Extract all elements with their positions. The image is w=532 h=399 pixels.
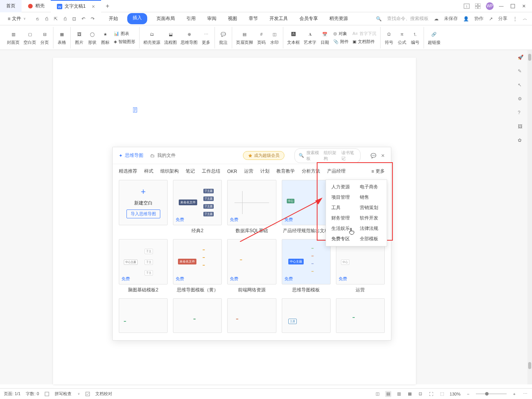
cat-style[interactable]: 样式 <box>144 168 153 175</box>
ribbon-page-break[interactable]: ⊟分页 <box>40 30 49 45</box>
status-spell[interactable]: 拼写检查 <box>55 391 71 397</box>
dd-life[interactable]: 生活娱乐 <box>331 225 353 232</box>
focus-mode-icon[interactable]: ⊡ <box>417 391 424 397</box>
zoom-slider-handle[interactable] <box>485 392 489 396</box>
rocket-icon[interactable]: 🚀 <box>518 55 525 62</box>
pen-icon[interactable]: ✎ <box>518 68 525 75</box>
ribbon-docparts[interactable]: ▣文档部件 <box>352 39 376 45</box>
tab-insert[interactable]: 插入 <box>127 13 147 24</box>
search-suggestion-1[interactable]: 组织架构 <box>324 150 339 161</box>
cat-analysis[interactable]: 分析方法 <box>302 168 320 175</box>
print-layout-icon[interactable]: ▤ <box>385 391 391 397</box>
cat-okr[interactable]: OKR <box>227 169 237 174</box>
ribbon-comment[interactable]: 💬批注 <box>219 30 228 45</box>
scrollbar-thumb-bottom[interactable] <box>528 362 531 369</box>
dd-marketing[interactable]: 营销策划 <box>360 204 381 211</box>
reading-mode-icon[interactable]: ◫ <box>374 391 381 397</box>
cursor-icon[interactable]: ↖ <box>518 82 525 89</box>
cat-featured[interactable]: 精选推荐 <box>119 168 137 175</box>
outline-icon[interactable]: ▥ <box>396 391 402 397</box>
ribbon-flowchart[interactable]: ⬓流程图 <box>164 30 177 45</box>
tab-member[interactable]: 会员专享 <box>297 13 320 24</box>
ribbon-more[interactable]: ⋯更多 <box>201 30 211 45</box>
preview-icon[interactable]: ⊡ <box>71 16 77 22</box>
template-frontend[interactable]: 免费 前端网络资源 <box>227 239 276 293</box>
tab-close-icon[interactable]: × <box>92 3 95 10</box>
template-yellow[interactable]: 未命名文件 免费 思维导图模板（黄） <box>173 239 222 293</box>
tab-home[interactable]: 首页 <box>0 0 22 12</box>
dd-tools[interactable]: 工具 <box>331 204 353 211</box>
dialog-tab-myfiles[interactable]: 🗀 我的文件 <box>150 152 176 159</box>
status-page[interactable]: 页面: 1/1 <box>4 391 20 397</box>
fullscreen-icon[interactable]: ⛶ <box>428 391 434 397</box>
search-icon[interactable]: 🔍 <box>376 16 382 22</box>
ribbon-table[interactable]: ▦表格 <box>57 30 66 45</box>
vertical-scrollbar[interactable] <box>527 50 532 384</box>
zoom-out-button[interactable]: − <box>465 391 471 397</box>
tab-review[interactable]: 审阅 <box>205 13 219 24</box>
ribbon-wordart[interactable]: 𝐀艺术字 <box>304 30 316 45</box>
dialog-search-input[interactable]: 🔍 搜索模板 组织架构 读书笔记 <box>294 148 361 163</box>
ribbon-hyperlink[interactable]: 🔗超链接 <box>428 30 441 45</box>
settings-icon[interactable]: ⚙ <box>518 96 525 103</box>
import-button[interactable]: 导入思维导图 <box>126 209 160 218</box>
image-panel-icon[interactable]: 🖼 <box>518 124 525 131</box>
dd-finance[interactable]: 财务管理 <box>331 215 353 221</box>
minimize-button[interactable]: — <box>499 3 505 9</box>
dd-ecommerce[interactable]: 电子商务 <box>360 184 381 190</box>
template-row3-3[interactable] <box>227 298 276 333</box>
template-row3-2[interactable] <box>173 298 222 333</box>
feedback-icon[interactable]: 💬 <box>371 153 376 158</box>
status-proof[interactable]: 文档校对 <box>95 391 112 397</box>
cat-ops[interactable]: 运营 <box>244 168 253 175</box>
vip-button[interactable]: 成为超级会员 <box>243 151 284 160</box>
ribbon-textbox[interactable]: 🅰文本框 <box>287 30 300 45</box>
grid-icon[interactable] <box>475 3 480 9</box>
ribbon-number[interactable]: ⒈编号 <box>411 30 420 45</box>
cat-notes[interactable]: 笔记 <box>186 168 195 175</box>
ribbon-smartart[interactable]: ◈智能图形 <box>114 39 135 45</box>
file-menu[interactable]: ≡ 文件 ∨ <box>5 14 29 23</box>
template-mindmap-tpl[interactable]: 中心主题 免费 思维导图模板 <box>282 239 331 293</box>
tab-section[interactable]: 章节 <box>246 13 260 24</box>
coop-label[interactable]: 协作 <box>474 15 484 22</box>
dialog-close-icon[interactable]: ✕ <box>381 153 385 158</box>
dd-software[interactable]: 软件开发 <box>360 215 381 221</box>
knot-icon[interactable]: ✿ <box>518 138 525 145</box>
template-row3-1[interactable] <box>119 298 168 333</box>
share-label[interactable]: 分享 <box>498 15 507 22</box>
template-brainmap2[interactable]: 中心主题子主子主子主免费 脑图基础模板2 <box>119 239 168 293</box>
tab-references[interactable]: 引用 <box>184 13 198 24</box>
user-avatar[interactable]: WP <box>486 2 494 10</box>
collapse-ribbon-icon[interactable]: ︿ <box>523 15 527 22</box>
tab-page-layout[interactable]: 页面布局 <box>154 13 177 24</box>
status-words[interactable]: 字数: 0 <box>26 391 39 397</box>
search-suggestion-2[interactable]: 读书笔记 <box>341 150 356 161</box>
cat-pm[interactable]: 产品经理 <box>327 168 346 175</box>
status-more-icon[interactable]: ⋯ <box>522 391 528 397</box>
print-icon[interactable]: ⎙ <box>62 16 68 22</box>
ribbon-object[interactable]: ◎对象 <box>333 31 349 37</box>
template-row3-5[interactable] <box>336 298 385 333</box>
redo-icon[interactable]: ↷ <box>90 16 96 22</box>
cat-edu[interactable]: 教育教学 <box>276 168 295 175</box>
zoom-in-button[interactable]: + <box>511 391 517 397</box>
undo-icon[interactable]: ↶ <box>80 16 86 22</box>
ribbon-date[interactable]: 📅日期 <box>320 30 329 45</box>
ribbon-dropcap[interactable]: A≡首字下沉 <box>352 31 376 37</box>
layout-icon[interactable]: 1 <box>464 3 470 9</box>
ribbon-symbol[interactable]: Ω符号 <box>384 30 394 45</box>
more-menu-icon[interactable]: ⋮ <box>513 16 517 22</box>
cat-summary[interactable]: 工作总结 <box>202 168 220 175</box>
ribbon-attach[interactable]: 📎附件 <box>333 39 349 45</box>
ribbon-cover-page[interactable]: ▥封面页 <box>7 30 20 45</box>
maximize-button[interactable] <box>510 4 517 8</box>
web-layout-icon[interactable]: ▦ <box>407 391 413 397</box>
ribbon-picture[interactable]: 🖼图片 <box>75 30 84 45</box>
template-pm-spec[interactable]: 中心免费 产品经理规范输出文档 <box>282 180 331 234</box>
fit-width-icon[interactable]: ⬚ <box>439 391 445 397</box>
export-icon[interactable]: ⇱ <box>53 16 59 22</box>
tab-view[interactable]: 视图 <box>226 13 239 24</box>
cat-more-button[interactable]: ≡ 更多 <box>371 168 385 175</box>
close-button[interactable]: ✕ <box>522 3 528 9</box>
